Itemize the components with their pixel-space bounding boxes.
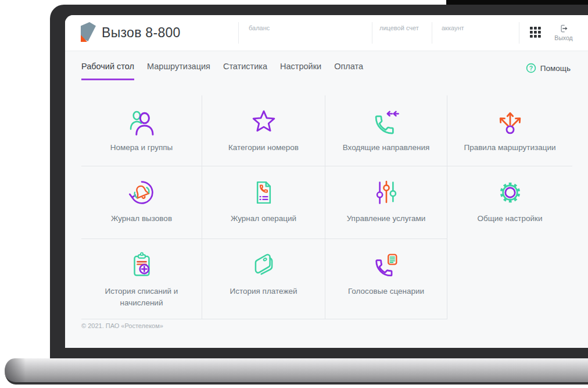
tile-label: Голосовые сценарии: [348, 286, 424, 297]
header-divider: [432, 22, 432, 44]
tile-label: История списаний и начислений: [92, 286, 192, 309]
tile-label: Правила маршрутизации: [464, 142, 555, 154]
tile-routing-rules[interactable]: Правила маршрутизации: [447, 95, 572, 166]
logout-label: Выход: [551, 34, 576, 41]
tile-numbers-groups[interactable]: Номера и группы: [81, 95, 202, 166]
call-log-icon: [127, 177, 157, 208]
app-title: Вызов 8-800: [102, 25, 181, 41]
svg-text:?: ?: [529, 65, 533, 72]
footer-copyright: © 2021. ПАО «Ростелеком»: [81, 322, 163, 329]
account-label: аккаунт: [442, 24, 464, 31]
tile-label: Общие настройки: [477, 213, 542, 225]
apps-grid-icon[interactable]: [530, 27, 541, 38]
empty-grid-cell: [447, 239, 572, 319]
tab-statistics[interactable]: Статистика: [223, 62, 267, 80]
header-divider: [238, 22, 239, 44]
voice-scripts-icon: [371, 250, 401, 280]
tab-desktop[interactable]: Рабочий стол: [81, 62, 134, 80]
header-divider: [519, 22, 519, 44]
tile-label: Журнал вызовов: [111, 213, 172, 225]
rostelecom-logo-icon: [80, 22, 97, 43]
tile-label: Номера и группы: [110, 142, 173, 154]
tile-payments-history[interactable]: История платежей: [202, 239, 325, 319]
gear-icon: [495, 177, 525, 208]
help-label: Помощь: [540, 64, 571, 73]
logout-button[interactable]: Выход: [551, 23, 576, 41]
tile-general-settings[interactable]: Общие настройки: [447, 166, 572, 239]
billing-history-icon: [127, 250, 157, 280]
tab-settings[interactable]: Настройки: [280, 62, 321, 80]
star-icon: [249, 106, 279, 137]
tile-operations-log[interactable]: Журнал операций: [202, 166, 325, 239]
laptop-base: [5, 358, 588, 385]
app-header: Вызов 8-800 баланс лицевой счет аккаунт: [65, 15, 588, 51]
tile-number-categories[interactable]: Категории номеров: [202, 95, 325, 166]
tile-label: История платежей: [230, 286, 297, 297]
tile-services-management[interactable]: Управление услугами: [325, 166, 447, 239]
personal-account-label: лицевой счет: [379, 24, 419, 31]
incoming-call-icon: [371, 106, 401, 137]
sliders-icon: [371, 177, 401, 208]
app-screen: Вызов 8-800 баланс лицевой счет аккаунт: [65, 15, 588, 348]
payments-history-icon: [249, 250, 279, 280]
tile-label: Категории номеров: [228, 142, 299, 154]
tile-label: Входящие направления: [343, 142, 430, 154]
help-question-icon: ?: [526, 63, 536, 73]
people-icon: [127, 106, 157, 137]
exit-icon: [558, 23, 569, 34]
tab-payment[interactable]: Оплата: [334, 62, 363, 80]
tile-label: Управление услугами: [347, 213, 426, 225]
tile-incoming-directions[interactable]: Входящие направления: [325, 95, 447, 166]
tile-voice-scripts[interactable]: Голосовые сценарии: [325, 239, 447, 319]
laptop-mockup: Вызов 8-800 баланс лицевой счет аккаунт: [0, 0, 588, 388]
header-divider: [372, 22, 372, 44]
main-nav-tabs: Рабочий стол Маршрутизация Статистика На…: [81, 62, 363, 80]
tile-call-log[interactable]: Журнал вызовов: [81, 166, 202, 239]
tile-label: Журнал операций: [231, 213, 296, 225]
routing-arrows-icon: [495, 106, 525, 137]
dashboard-grid: Номера и группы Категории номеров: [81, 95, 572, 319]
operations-log-icon: [249, 177, 279, 208]
balance-label: баланс: [249, 24, 270, 31]
tab-routing[interactable]: Маршрутизация: [147, 62, 210, 80]
help-link[interactable]: ? Помощь: [526, 63, 571, 73]
tile-billing-history[interactable]: История списаний и начислений: [81, 239, 202, 319]
